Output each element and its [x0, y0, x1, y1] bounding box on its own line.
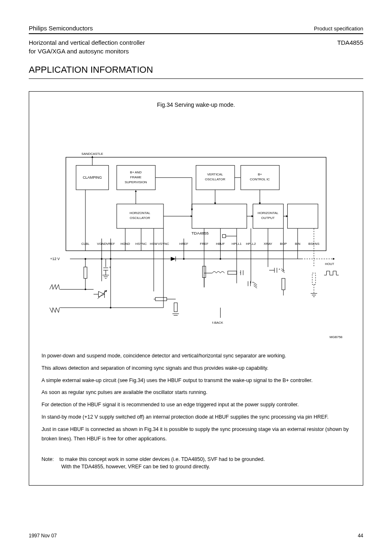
svg-text:OUTPUT: OUTPUT: [261, 216, 275, 220]
note-label: Note:: [42, 456, 58, 462]
svg-text:B+: B+: [258, 173, 262, 176]
svg-text:HOUT: HOUT: [325, 262, 334, 266]
desc-line-6: In stand-by mode (+12 V supply switched …: [42, 412, 350, 422]
header-rule-2: [29, 78, 363, 79]
desc-line-1: In power-down and suspend mode, coincide…: [42, 351, 350, 361]
product-code: TDA4855: [337, 39, 363, 46]
svg-text:f-BACK: f-BACK: [212, 321, 224, 325]
doc-type: Product specification: [314, 25, 363, 32]
svg-text:MGB758: MGB758: [330, 335, 343, 339]
note-block: Note: to make this concept work in some …: [42, 456, 350, 472]
svg-text:+: +: [109, 265, 111, 269]
svg-rect-33: [222, 235, 226, 238]
svg-text:FRAME: FRAME: [130, 175, 142, 179]
doc-title-1: Horizontal and vertical deflection contr…: [29, 38, 145, 47]
svg-rect-76: [84, 267, 87, 279]
svg-text:CONTROL IC: CONTROL IC: [250, 177, 270, 181]
svg-marker-87: [99, 291, 105, 297]
svg-rect-21: [288, 204, 318, 228]
svg-rect-120: [282, 279, 285, 290]
svg-text:+: +: [279, 267, 281, 271]
svg-point-92: [85, 288, 86, 290]
svg-rect-104: [228, 271, 237, 274]
description-text: In power-down and suspend mode, coincide…: [42, 351, 350, 444]
svg-point-94: [110, 307, 111, 309]
desc-line-5: For detection of the HBUF signal it is r…: [42, 400, 350, 410]
doc-title-2: for VGA/XGA and autosync monitors: [29, 47, 145, 55]
svg-rect-17: [192, 204, 247, 228]
svg-text:OSCILLATOR: OSCILLATOR: [130, 216, 150, 220]
section-title: APPLICATION INFORMATION: [29, 64, 363, 75]
svg-text:CLAMPING: CLAMPING: [83, 175, 102, 180]
svg-point-70: [101, 258, 102, 260]
svg-text:SUPERVISION: SUPERVISION: [125, 180, 147, 184]
figure-frame: Fig.34 Serving wake-up mode. TDA4855 CLA…: [29, 91, 363, 486]
svg-text:+12 V: +12 V: [50, 257, 60, 261]
svg-text:HORIZONTAL: HORIZONTAL: [258, 211, 279, 215]
svg-point-71: [110, 258, 111, 260]
block-diagram: TDA4855 CLAMPING B+ AND FRAME SUPERVISIO…: [42, 111, 350, 341]
svg-text:OSCILLATOR: OSCILLATOR: [205, 177, 226, 181]
footer-date: 1997 Nov 07: [29, 533, 57, 539]
svg-text:TDA4855: TDA4855: [191, 231, 209, 235]
figure-caption: Fig.34 Serving wake-up mode.: [42, 101, 350, 108]
page-footer: 1997 Nov 07 44: [29, 533, 363, 539]
note-line-2: With the TDA4855, however, VREF can be t…: [61, 464, 210, 470]
svg-rect-95: [155, 297, 167, 301]
svg-rect-98: [174, 303, 178, 312]
note-line-1: to make this concept work in some older …: [59, 456, 265, 462]
desc-line-3: A simple external wake-up circuit (see F…: [42, 376, 350, 386]
svg-text:VERTICAL: VERTICAL: [207, 173, 223, 176]
footer-page: 44: [358, 533, 363, 539]
svg-point-72: [183, 258, 184, 260]
svg-text:SANDCASTLE: SANDCASTLE: [81, 152, 103, 156]
company-name: Philips Semiconductors: [29, 25, 93, 32]
desc-line-2: This allows detection and separation of …: [42, 364, 350, 373]
svg-text:+: +: [252, 281, 254, 284]
desc-line-4: As soon as regular sync pulses are avail…: [42, 388, 350, 398]
svg-text:B+ AND: B+ AND: [130, 170, 142, 174]
svg-point-73: [219, 258, 221, 260]
svg-text:HORIZONTAL: HORIZONTAL: [129, 211, 150, 215]
desc-line-7: Just in case HBUF is connected as shown …: [42, 425, 350, 444]
svg-marker-74: [171, 257, 176, 261]
header-rule-1: [29, 33, 363, 34]
svg-rect-122: [312, 273, 316, 285]
